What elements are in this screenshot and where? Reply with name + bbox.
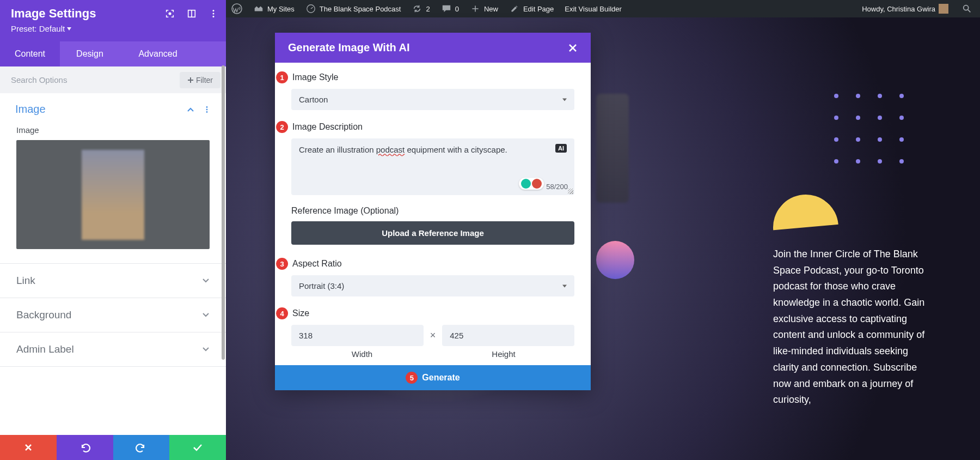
account-menu[interactable]: Howdy, Christina Gwira	[856, 0, 954, 17]
accordion-background[interactable]: Background	[0, 298, 226, 332]
tab-advanced[interactable]: Advanced	[120, 41, 196, 66]
focus-icon[interactable]	[165, 9, 175, 19]
generate-button[interactable]: 5 Generate	[275, 365, 591, 390]
page-body-text: Join the Inner Circle of The Blank Space…	[773, 246, 931, 408]
updates-menu[interactable]: 2	[406, 0, 435, 17]
check-icon	[192, 442, 203, 453]
search-options-input[interactable]	[5, 71, 180, 89]
width-sublabel: Width	[291, 349, 433, 359]
svg-point-9	[206, 108, 208, 110]
panel-footer-actions	[0, 435, 226, 460]
wp-logo-menu[interactable]	[226, 0, 248, 17]
preset-label: Preset: Default	[11, 24, 65, 33]
image-style-select[interactable]: Cartoon	[291, 89, 574, 110]
bg-microphone-image	[596, 94, 629, 203]
section-tools	[187, 106, 211, 113]
edit-page-menu[interactable]: Edit Page	[504, 0, 559, 17]
save-button[interactable]	[169, 435, 226, 460]
svg-point-3	[169, 13, 171, 15]
step-4-row: 4 Size	[276, 307, 574, 319]
section-image-header[interactable]: Image	[0, 93, 226, 123]
step-badge-1: 1	[276, 71, 288, 83]
chevron-down-icon	[67, 27, 71, 31]
preset-dropdown[interactable]: Preset: Default	[11, 24, 71, 33]
comments-menu[interactable]: 0	[436, 0, 464, 17]
cancel-button[interactable]	[0, 435, 57, 460]
new-menu[interactable]: New	[464, 0, 504, 17]
panel-header-actions	[165, 9, 218, 19]
redo-button[interactable]	[113, 435, 170, 460]
section-image-label: Image	[15, 103, 46, 116]
panel-scrollbar[interactable]	[222, 65, 225, 360]
chevron-down-icon	[202, 346, 210, 353]
size-label: Size	[292, 308, 309, 318]
more-icon[interactable]	[209, 9, 218, 19]
admin-bar-right: Howdy, Christina Gwira	[856, 0, 980, 17]
comments-count: 0	[455, 5, 459, 13]
width-input[interactable]	[291, 325, 424, 346]
my-sites-label: My Sites	[267, 5, 295, 13]
char-count: 58/200	[546, 183, 568, 191]
upload-reference-button[interactable]: Upload a Reference Image	[291, 221, 574, 245]
step-badge-3: 3	[276, 258, 288, 270]
tab-content[interactable]: Content	[0, 41, 60, 66]
image-thumbnail	[82, 150, 144, 240]
modal-title: Generate Image With AI	[288, 41, 410, 54]
resize-handle[interactable]	[568, 189, 573, 194]
accordion-admin-label[interactable]: Admin Label	[0, 332, 226, 366]
decorative-dot-grid	[834, 94, 904, 164]
svg-point-2	[964, 5, 969, 10]
height-sublabel: Height	[433, 349, 574, 359]
edit-page-label: Edit Page	[523, 5, 554, 13]
accordion-admin-label-label: Admin Label	[16, 343, 74, 355]
thumbs-down-icon	[532, 179, 542, 189]
exit-vb-menu[interactable]: Exit Visual Builder	[559, 0, 627, 17]
chevron-down-icon	[202, 277, 210, 285]
updates-count: 2	[426, 5, 430, 13]
image-preview[interactable]	[16, 140, 210, 249]
ai-badge[interactable]: AI	[555, 144, 567, 153]
height-input[interactable]	[442, 325, 574, 346]
dashboard-icon	[305, 3, 316, 14]
plus-icon	[470, 3, 481, 14]
generate-label: Generate	[422, 373, 460, 383]
chevron-down-icon	[202, 311, 210, 319]
site-name-label: The Blank Space Podcast	[320, 5, 401, 13]
image-style-label: Image Style	[292, 72, 338, 82]
my-sites-menu[interactable]: My Sites	[248, 0, 300, 17]
close-icon	[23, 443, 33, 452]
accordion-background-label: Background	[16, 309, 71, 321]
step-badge-5: 5	[406, 372, 418, 384]
step-1-row: 1 Image Style	[276, 71, 574, 83]
size-sublabels: Width Height	[291, 349, 574, 359]
expand-panel-icon[interactable]	[187, 9, 197, 19]
new-label: New	[484, 5, 498, 13]
filter-label: Filter	[196, 76, 213, 84]
modal-body: 1 Image Style Cartoon 2 Image Descriptio…	[275, 63, 591, 365]
svg-point-8	[206, 106, 208, 108]
chevron-up-icon[interactable]	[187, 106, 194, 113]
svg-point-5	[212, 10, 214, 11]
svg-point-7	[212, 16, 214, 17]
undo-button[interactable]	[57, 435, 113, 460]
modal-close-button[interactable]	[568, 43, 578, 53]
image-description-label: Image Description	[292, 122, 363, 132]
plus-icon	[187, 77, 194, 83]
step-badge-2: 2	[276, 121, 288, 133]
aspect-ratio-select[interactable]: Portrait (3:4)	[291, 275, 574, 296]
search-toggle[interactable]	[958, 0, 976, 17]
step-2-row: 2 Image Description	[276, 121, 574, 133]
admin-bar-left: My Sites The Blank Space Podcast 2 0 New	[226, 0, 627, 17]
wordpress-icon	[231, 3, 242, 14]
more-icon[interactable]	[203, 106, 211, 113]
site-name-menu[interactable]: The Blank Space Podcast	[300, 0, 407, 17]
tab-design[interactable]: Design	[60, 41, 120, 66]
modal-header: Generate Image With AI	[275, 33, 591, 63]
avatar	[939, 4, 948, 14]
reference-image-label: Reference Image (Optional)	[291, 206, 574, 216]
grammar-widget[interactable]	[519, 178, 544, 190]
filter-button[interactable]: Filter	[180, 72, 220, 88]
svg-point-10	[206, 111, 208, 113]
pencil-icon	[509, 3, 520, 14]
accordion-link[interactable]: Link	[0, 263, 226, 298]
